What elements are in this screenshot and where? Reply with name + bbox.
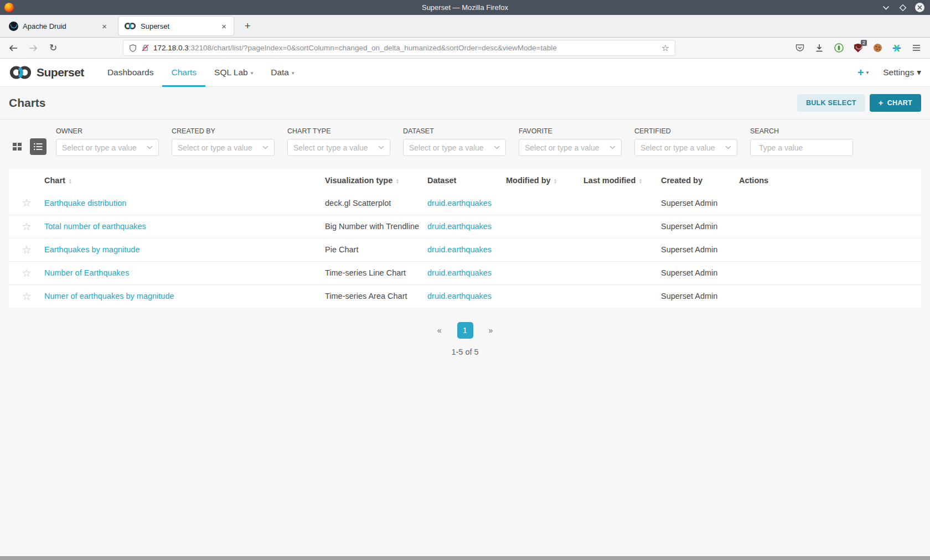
last-modified-cell	[583, 261, 661, 284]
ublock-icon[interactable]: 2	[853, 43, 863, 53]
dataset-link[interactable]: druid.earthquakes	[427, 245, 492, 254]
bookmark-star-icon[interactable]: ☆	[662, 43, 669, 53]
chevron-down-icon	[262, 146, 268, 149]
table-row: ☆ Earthquake distribution deck.gl Scatte…	[9, 191, 921, 215]
add-chart-button[interactable]: + CHART	[870, 94, 921, 112]
bottom-scrollbar[interactable]	[0, 556, 930, 560]
header-star-column	[9, 169, 44, 191]
filter-dataset: DATASET Select or type a value	[403, 127, 506, 156]
nav-item-dashboards[interactable]: Dashboards	[99, 59, 163, 87]
card-view-toggle[interactable]	[9, 138, 25, 155]
filter-search: SEARCH	[750, 127, 853, 156]
nav-item-charts[interactable]: Charts	[162, 59, 205, 87]
nav-item-sql-lab[interactable]: SQL Lab ▾	[205, 59, 262, 87]
nav-item-data[interactable]: Data ▾	[262, 59, 303, 87]
chart-link[interactable]: Earthquake distribution	[44, 199, 126, 208]
add-chart-label: CHART	[887, 99, 912, 107]
reload-icon[interactable]: ↻	[46, 42, 60, 55]
charts-page: Charts BULK SELECT + CHART	[0, 87, 930, 560]
url-path: :32108/chart/list/?pageIndex=0&sortColum…	[189, 44, 557, 52]
charts-table: Chart▴▾ Visualization type▴▾ Dataset Mod…	[9, 169, 921, 308]
tab-close-icon[interactable]: ×	[100, 22, 108, 31]
sort-icon: ▴▾	[555, 178, 557, 184]
header-visualization-type[interactable]: Visualization type▴▾	[325, 169, 427, 191]
favorite-select[interactable]: Select or type a value	[519, 139, 622, 156]
pagination: « 1 »	[0, 322, 930, 339]
settings-menu[interactable]: Settings ▾	[883, 68, 921, 77]
page-1-button[interactable]: 1	[457, 322, 473, 339]
previous-page-button[interactable]: «	[434, 324, 445, 337]
minimize-icon[interactable]	[881, 3, 891, 13]
cookie-extension-icon[interactable]	[872, 43, 882, 53]
close-window-icon[interactable]	[915, 3, 924, 12]
sort-icon: ▴▾	[396, 178, 399, 184]
caret-down-icon: ▾	[917, 68, 921, 77]
superset-logo[interactable]: Superset	[9, 65, 84, 80]
favorite-star-icon[interactable]: ☆	[22, 291, 31, 302]
tab-close-icon[interactable]: ×	[220, 22, 228, 31]
header-chart[interactable]: Chart▴▾	[44, 169, 325, 191]
header-modified-by[interactable]: Modified by▴▾	[506, 169, 583, 191]
maximize-icon[interactable]	[898, 3, 908, 13]
plus-icon: +	[879, 98, 884, 107]
table-row: ☆ Number of Earthquakes Time-series Line…	[9, 261, 921, 284]
chart-link[interactable]: Numer of earthquakes by magnitude	[44, 292, 174, 300]
favorite-star-icon[interactable]: ☆	[22, 221, 31, 232]
actions-cell	[739, 215, 921, 238]
chevron-down-icon	[147, 146, 153, 149]
created-by-cell: Superset Admin	[661, 261, 739, 284]
shield-icon[interactable]	[129, 44, 137, 53]
url-bar[interactable]: 172.18.0.3:32108/chart/list/?pageIndex=0…	[123, 40, 675, 56]
chevron-down-icon	[494, 146, 500, 149]
chart-link[interactable]: Earthquakes by magnitude	[44, 245, 140, 254]
ublock-badge: 2	[861, 40, 867, 46]
new-tab-button[interactable]: +	[241, 20, 254, 32]
add-new-dropdown[interactable]: + ▾	[857, 67, 869, 78]
favorite-star-icon[interactable]: ☆	[22, 267, 31, 279]
extension-asterisk-icon[interactable]	[892, 43, 902, 53]
select-placeholder: Select or type a value	[293, 143, 378, 152]
actions-cell	[739, 284, 921, 308]
owner-select[interactable]: Select or type a value	[56, 139, 159, 156]
brand-name: Superset	[37, 66, 84, 79]
dataset-link[interactable]: druid.earthquakes	[427, 199, 492, 208]
actions-cell	[739, 191, 921, 215]
filter-label: OWNER	[56, 127, 159, 135]
favorite-star-icon[interactable]: ☆	[22, 244, 31, 256]
dataset-link[interactable]: druid.earthquakes	[427, 268, 492, 277]
chart-link[interactable]: Total number of earthquakes	[44, 222, 146, 231]
forward-icon[interactable]	[27, 42, 40, 55]
bulk-select-button[interactable]: BULK SELECT	[797, 94, 865, 112]
list-view-icon	[33, 142, 43, 151]
chevron-down-icon	[609, 146, 616, 149]
viz-type-cell: Time-series Line Chart	[325, 261, 427, 284]
insecure-lock-icon[interactable]	[142, 44, 149, 52]
tab-superset[interactable]: Superset ×	[118, 17, 234, 35]
header-last-modified[interactable]: Last modified▴▾	[583, 169, 661, 191]
filter-favorite: FAVORITE Select or type a value	[519, 127, 622, 156]
next-page-button[interactable]: »	[485, 324, 497, 337]
pagination-summary: 1-5 of 5	[0, 348, 930, 356]
created-by-select[interactable]: Select or type a value	[172, 139, 275, 156]
modified-by-cell	[506, 215, 583, 238]
certified-select[interactable]: Select or type a value	[634, 139, 737, 156]
pocket-icon[interactable]	[795, 43, 805, 53]
search-input[interactable]	[759, 143, 859, 152]
dataset-link[interactable]: druid.earthquakes	[427, 292, 492, 300]
table-header-row: Chart▴▾ Visualization type▴▾ Dataset Mod…	[9, 169, 921, 191]
url-text[interactable]: 172.18.0.3:32108/chart/list/?pageIndex=0…	[153, 44, 662, 52]
created-by-cell: Superset Admin	[661, 284, 739, 308]
tab-bar: Apache Druid × Superset × +	[0, 15, 930, 38]
tab-apache-druid[interactable]: Apache Druid ×	[3, 17, 114, 35]
list-view-toggle[interactable]	[30, 138, 46, 155]
extension-green-icon[interactable]	[834, 43, 844, 53]
dataset-link[interactable]: druid.earthquakes	[427, 222, 492, 231]
dataset-select[interactable]: Select or type a value	[403, 139, 506, 156]
chart-link[interactable]: Number of Earthquakes	[44, 268, 129, 277]
menu-hamburger-icon[interactable]	[911, 43, 921, 53]
chart-type-select[interactable]: Select or type a value	[287, 139, 390, 156]
downloads-icon[interactable]	[814, 43, 824, 53]
favorite-star-icon[interactable]: ☆	[22, 197, 31, 209]
back-icon[interactable]	[7, 42, 20, 55]
actions-cell	[739, 261, 921, 284]
